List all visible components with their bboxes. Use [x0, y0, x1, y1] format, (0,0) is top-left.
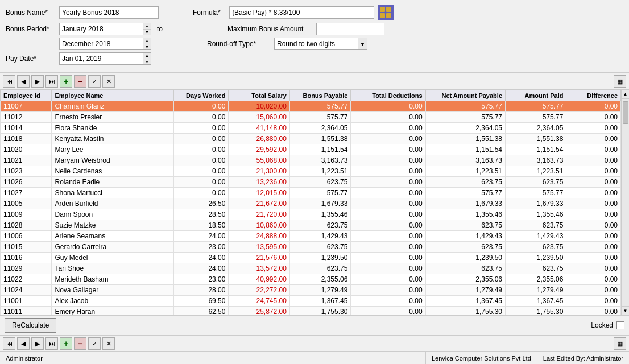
- nav-prev-button[interactable]: ◀: [17, 75, 30, 88]
- table-row[interactable]: 11028 Suzie Matzke 18.50 10,860.00 623.7…: [1, 220, 621, 231]
- roundoff-select[interactable]: Round to two digits: [274, 38, 358, 50]
- locked-label: Locked: [591, 321, 613, 329]
- nav-last-button[interactable]: ⏭: [45, 75, 58, 88]
- scroll-thumb[interactable]: [623, 101, 628, 124]
- cell-deductions: 0.00: [351, 231, 425, 242]
- add-row-button[interactable]: +: [60, 75, 72, 88]
- cell-days: 0.00: [174, 134, 229, 144]
- table-row[interactable]: 11021 Maryam Weisbrod 0.00 55,068.00 3,1…: [1, 155, 621, 166]
- table-row[interactable]: 11027 Shona Martucci 0.00 12,015.00 575.…: [1, 188, 621, 198]
- cell-deductions: 0.00: [351, 177, 425, 188]
- formula-input[interactable]: [229, 6, 374, 19]
- cell-days: 62.50: [174, 307, 229, 316]
- nav2-cancel-button[interactable]: ✕: [102, 337, 115, 350]
- col-header-empid: Employee Id: [1, 90, 52, 101]
- table-row[interactable]: 11022 Merideth Basham 23.00 40,992.00 2,…: [1, 274, 621, 285]
- cell-days: 23.00: [174, 274, 229, 285]
- table-row[interactable]: 11005 Arden Burfield 26.50 21,672.00 1,6…: [1, 198, 621, 209]
- cell-salary: 21,576.00: [229, 253, 289, 263]
- scrollbar[interactable]: ▲ ▼: [621, 90, 629, 315]
- cell-net: 1,679.33: [425, 198, 505, 209]
- cell-empid: 11028: [1, 220, 52, 231]
- roundoff-arrow[interactable]: ▼: [358, 38, 367, 50]
- scroll-down-button[interactable]: ▼: [622, 306, 630, 315]
- nav2-prev-button[interactable]: ◀: [17, 337, 30, 350]
- cell-paid: 3,163.73: [506, 155, 566, 166]
- table-row[interactable]: 11001 Alex Jacob 69.50 24,745.00 1,367.4…: [1, 296, 621, 307]
- cell-days: 28.50: [174, 209, 229, 220]
- cell-diff: 0.00: [566, 285, 621, 296]
- status-bar: Administrator Lenvica Computer Solutions…: [0, 351, 629, 364]
- nav2-grid-button[interactable]: ▦: [614, 337, 626, 350]
- bonus-period-end-select[interactable]: December 2018: [59, 38, 143, 50]
- table-row[interactable]: 11011 Emery Haran 62.50 25,872.00 1,755.…: [1, 307, 621, 316]
- nav2-next-button[interactable]: ▶: [31, 337, 44, 350]
- table-row[interactable]: 11014 Flora Shankle 0.00 41,148.00 2,364…: [1, 123, 621, 134]
- nav-first-button[interactable]: ⏮: [3, 75, 15, 88]
- table-row[interactable]: 11023 Nelle Cardenas 0.00 21,300.00 1,22…: [1, 166, 621, 177]
- pay-date-spinner[interactable]: ▲ ▼: [143, 52, 151, 65]
- nav2-add-button[interactable]: +: [60, 337, 72, 350]
- cell-paid: 1,679.33: [506, 198, 566, 209]
- cell-days: 0.00: [174, 101, 229, 112]
- cell-empid: 11029: [1, 263, 52, 274]
- nav2-del-button[interactable]: −: [74, 337, 86, 350]
- cell-deductions: 0.00: [351, 296, 425, 307]
- cell-net: 1,429.43: [425, 231, 505, 242]
- recalculate-button[interactable]: ReCalculate: [5, 318, 56, 333]
- status-user: Administrator: [0, 352, 426, 364]
- cell-bonus: 1,223.51: [289, 166, 350, 177]
- cell-empid: 11022: [1, 274, 52, 285]
- table-row[interactable]: 11009 Dann Spoon 28.50 21,720.00 1,355.4…: [1, 209, 621, 220]
- nav2-last-button[interactable]: ⏭: [45, 337, 58, 350]
- max-bonus-input[interactable]: [316, 23, 384, 35]
- form-section: Bonus Name* Formula* Bonus Period*: [0, 0, 629, 72]
- cell-deductions: 0.00: [351, 112, 425, 123]
- scroll-up-button[interactable]: ▲: [622, 90, 630, 99]
- nav2-first-button[interactable]: ⏮: [3, 337, 15, 350]
- cell-deductions: 0.00: [351, 144, 425, 155]
- roundoff-label: Round-off Type*: [207, 40, 271, 48]
- period-end-spinner[interactable]: ▲ ▼: [143, 38, 151, 50]
- table-row[interactable]: 11006 Arlene Seamans 24.00 24,888.00 1,4…: [1, 231, 621, 242]
- confirm-button[interactable]: ✓: [88, 75, 101, 88]
- cell-empname: Tari Shoe: [52, 263, 174, 274]
- cell-empid: 11024: [1, 285, 52, 296]
- bonus-period-start-select[interactable]: January 2018: [59, 23, 143, 35]
- cell-bonus: 623.75: [289, 242, 350, 253]
- grid-options-button[interactable]: ▦: [614, 75, 626, 88]
- nav2-confirm-button[interactable]: ✓: [88, 337, 101, 350]
- cell-days: 24.00: [174, 253, 229, 263]
- cell-net: 575.77: [425, 101, 505, 112]
- bonus-name-input[interactable]: [59, 6, 159, 19]
- cell-days: 69.50: [174, 296, 229, 307]
- cell-net: 575.77: [425, 112, 505, 123]
- cell-empname: Mary Lee: [52, 144, 174, 155]
- table-row[interactable]: 11024 Nova Gallager 28.00 22,272.00 1,27…: [1, 285, 621, 296]
- cell-deductions: 0.00: [351, 307, 425, 316]
- table-row[interactable]: 11016 Guy Medel 24.00 21,576.00 1,239.50…: [1, 253, 621, 263]
- table-row[interactable]: 11012 Ernesto Presler 0.00 15,060.00 575…: [1, 112, 621, 123]
- table-row[interactable]: 11026 Rolande Eadie 0.00 13,236.00 623.7…: [1, 177, 621, 188]
- cell-net: 623.75: [425, 220, 505, 231]
- formula-icon[interactable]: [378, 5, 394, 20]
- nav-next-button[interactable]: ▶: [31, 75, 44, 88]
- cell-bonus: 2,364.05: [289, 123, 350, 134]
- table-row[interactable]: 11007 Charmain Glanz 0.00 10,020.00 575.…: [1, 101, 621, 112]
- cell-net: 1,551.38: [425, 134, 505, 144]
- pay-date-input[interactable]: [59, 52, 143, 65]
- to-label: to: [157, 25, 163, 33]
- table-row[interactable]: 11018 Kenyatta Mastin 0.00 26,880.00 1,5…: [1, 134, 621, 144]
- cell-salary: 29,592.00: [229, 144, 289, 155]
- delete-row-button[interactable]: −: [74, 75, 86, 88]
- period-start-spinner[interactable]: ▲ ▼: [143, 23, 151, 35]
- cancel-button[interactable]: ✕: [102, 75, 115, 88]
- table-row[interactable]: 11029 Tari Shoe 24.00 13,572.00 623.75 0…: [1, 263, 621, 274]
- cell-diff: 0.00: [566, 112, 621, 123]
- table-row[interactable]: 11015 Gerardo Carreira 23.00 13,595.00 6…: [1, 242, 621, 253]
- cell-days: 0.00: [174, 188, 229, 198]
- col-header-salary: Total Salary: [229, 90, 289, 101]
- cell-days: 0.00: [174, 166, 229, 177]
- table-row[interactable]: 11020 Mary Lee 0.00 29,592.00 1,151.54 0…: [1, 144, 621, 155]
- locked-checkbox[interactable]: [616, 321, 624, 329]
